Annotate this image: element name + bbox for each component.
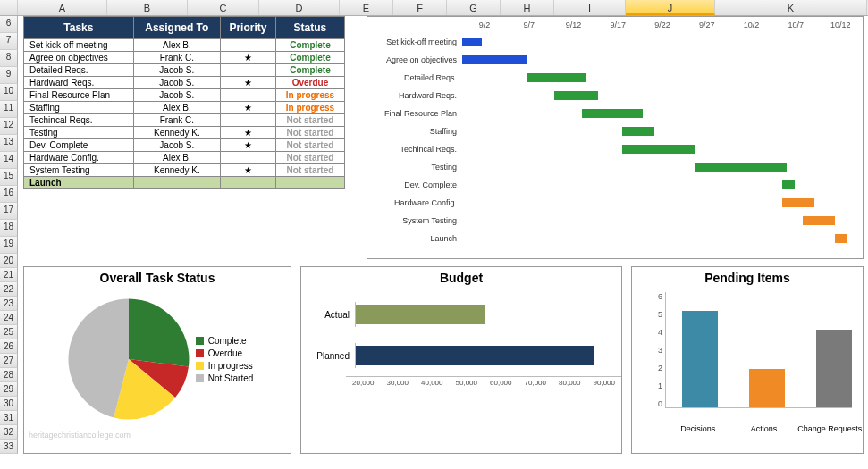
row-header-20[interactable]: 20 — [0, 254, 18, 268]
row-header-22[interactable]: 22 — [0, 282, 18, 297]
row-header-23[interactable]: 23 — [0, 297, 18, 311]
gantt-chart[interactable]: 9/29/79/129/179/229/2710/210/710/12 Set … — [367, 16, 864, 259]
table-row[interactable]: System TestingKennedy K.★Not started — [24, 164, 345, 177]
status-cell[interactable]: Complete — [275, 52, 344, 64]
assigned-cell[interactable]: Jacob S. — [133, 77, 220, 89]
status-cell[interactable]: Not started — [275, 164, 344, 177]
task-name-cell[interactable]: Set kick-off meeting — [24, 39, 134, 52]
table-row[interactable]: Techincal Reqs.Frank C.Not started — [24, 114, 345, 127]
table-row[interactable]: Set kick-off meetingAlex B.Complete — [24, 39, 345, 52]
launch-row[interactable]: Launch — [24, 177, 345, 189]
col-header-J[interactable]: J — [626, 0, 715, 15]
task-name-cell[interactable]: Testing — [24, 127, 134, 139]
row-header-24[interactable]: 24 — [0, 311, 18, 325]
pie-chart-box[interactable]: Overall Task Status CompleteOverdueIn pr… — [23, 266, 291, 454]
tasks-table[interactable]: TasksAssigned ToPriorityStatus Set kick-… — [23, 16, 345, 189]
row-header-9[interactable]: 9 — [0, 67, 18, 84]
table-row[interactable]: Detailed Reqs.Jacob S.Complete — [24, 64, 345, 77]
table-row[interactable]: TestingKennedy K.★Not started — [24, 127, 345, 139]
row-header-11[interactable]: 11 — [0, 101, 18, 118]
assigned-cell[interactable]: Frank C. — [133, 114, 220, 127]
col-header-B[interactable]: B — [107, 0, 188, 15]
task-name-cell[interactable]: Staffing — [24, 102, 134, 114]
assigned-cell[interactable]: Kennedy K. — [133, 164, 220, 177]
grid-area[interactable]: TasksAssigned ToPriorityStatus Set kick-… — [18, 16, 868, 469]
row-header-27[interactable]: 27 — [0, 354, 18, 368]
table-header[interactable]: Status — [275, 17, 344, 39]
table-row[interactable]: Dev. CompleteJacob S.★Not started — [24, 139, 345, 152]
task-name-cell[interactable]: Detailed Reqs. — [24, 64, 134, 77]
priority-cell[interactable] — [220, 152, 275, 164]
row-header-14[interactable]: 14 — [0, 152, 18, 169]
row-header-33[interactable]: 33 — [0, 440, 18, 454]
assigned-cell[interactable]: Kennedy K. — [133, 127, 220, 139]
assigned-cell[interactable]: Jacob S. — [133, 89, 220, 102]
status-cell[interactable]: Not started — [275, 152, 344, 164]
col-header-H[interactable]: H — [501, 0, 554, 15]
row-header-19[interactable]: 19 — [0, 237, 18, 254]
col-header-A[interactable]: A — [18, 0, 107, 15]
priority-cell[interactable] — [220, 89, 275, 102]
row-header-6[interactable]: 6 — [0, 16, 18, 33]
row-header-25[interactable]: 25 — [0, 325, 18, 339]
row-headers[interactable]: 6789101112131415161718192021222324252627… — [0, 16, 18, 454]
table-row[interactable]: Hardware Config.Alex B.Not started — [24, 152, 345, 164]
task-name-cell[interactable]: Techincal Reqs. — [24, 114, 134, 127]
table-header[interactable]: Priority — [220, 17, 275, 39]
row-header-21[interactable]: 21 — [0, 268, 18, 282]
task-name-cell[interactable]: Final Resource Plan — [24, 89, 134, 102]
row-header-18[interactable]: 18 — [0, 220, 18, 237]
status-cell[interactable]: Not started — [275, 139, 344, 152]
priority-cell[interactable] — [220, 64, 275, 77]
row-header-15[interactable]: 15 — [0, 169, 18, 186]
table-row[interactable]: StaffingAlex B.★In progress — [24, 102, 345, 114]
col-header-G[interactable]: G — [447, 0, 501, 15]
priority-cell[interactable] — [220, 114, 275, 127]
row-header-10[interactable]: 10 — [0, 84, 18, 101]
budget-chart-box[interactable]: Budget ActualPlanned 20,00030,00040,0005… — [300, 266, 622, 454]
row-header-31[interactable]: 31 — [0, 411, 18, 425]
row-header-29[interactable]: 29 — [0, 382, 18, 397]
status-cell[interactable]: Complete — [275, 64, 344, 77]
status-cell[interactable]: Complete — [275, 39, 344, 52]
table-row[interactable]: Final Resource PlanJacob S.In progress — [24, 89, 345, 102]
row-header-12[interactable]: 12 — [0, 118, 18, 135]
table-row[interactable]: Agree on objectivesFrank C.★Complete — [24, 52, 345, 64]
priority-cell[interactable]: ★ — [220, 127, 275, 139]
priority-cell[interactable]: ★ — [220, 102, 275, 114]
row-header-8[interactable]: 8 — [0, 50, 18, 67]
col-header-K[interactable]: K — [715, 0, 867, 15]
col-header-D[interactable]: D — [259, 0, 340, 15]
status-cell[interactable]: In progress — [275, 102, 344, 114]
priority-cell[interactable]: ★ — [220, 52, 275, 64]
table-header[interactable]: Tasks — [24, 17, 134, 39]
priority-cell[interactable]: ★ — [220, 77, 275, 89]
assigned-cell[interactable]: Alex B. — [133, 152, 220, 164]
priority-cell[interactable] — [220, 39, 275, 52]
assigned-cell[interactable]: Alex B. — [133, 102, 220, 114]
assigned-cell[interactable]: Frank C. — [133, 52, 220, 64]
assigned-cell[interactable]: Alex B. — [133, 39, 220, 52]
task-name-cell[interactable]: Agree on objectives — [24, 52, 134, 64]
row-header-32[interactable]: 32 — [0, 425, 18, 440]
row-header-17[interactable]: 17 — [0, 203, 18, 220]
assigned-cell[interactable]: Jacob S. — [133, 139, 220, 152]
row-header-7[interactable]: 7 — [0, 33, 18, 50]
col-header-C[interactable]: C — [188, 0, 259, 15]
status-cell[interactable]: In progress — [275, 89, 344, 102]
col-header-F[interactable]: F — [393, 0, 447, 15]
priority-cell[interactable]: ★ — [220, 164, 275, 177]
task-name-cell[interactable]: System Testing — [24, 164, 134, 177]
task-name-cell[interactable]: Dev. Complete — [24, 139, 134, 152]
row-header-28[interactable]: 28 — [0, 368, 18, 382]
task-name-cell[interactable]: Hardward Reqs. — [24, 77, 134, 89]
row-header-26[interactable]: 26 — [0, 339, 18, 354]
col-header-I[interactable]: I — [554, 0, 626, 15]
table-header[interactable]: Assigned To — [133, 17, 220, 39]
priority-cell[interactable]: ★ — [220, 139, 275, 152]
row-header-13[interactable]: 13 — [0, 135, 18, 152]
row-header-16[interactable]: 16 — [0, 186, 18, 203]
pending-chart-box[interactable]: Pending Items 6543210 DecisionsActionsCh… — [631, 266, 864, 454]
status-cell[interactable]: Not started — [275, 114, 344, 127]
status-cell[interactable]: Not started — [275, 127, 344, 139]
